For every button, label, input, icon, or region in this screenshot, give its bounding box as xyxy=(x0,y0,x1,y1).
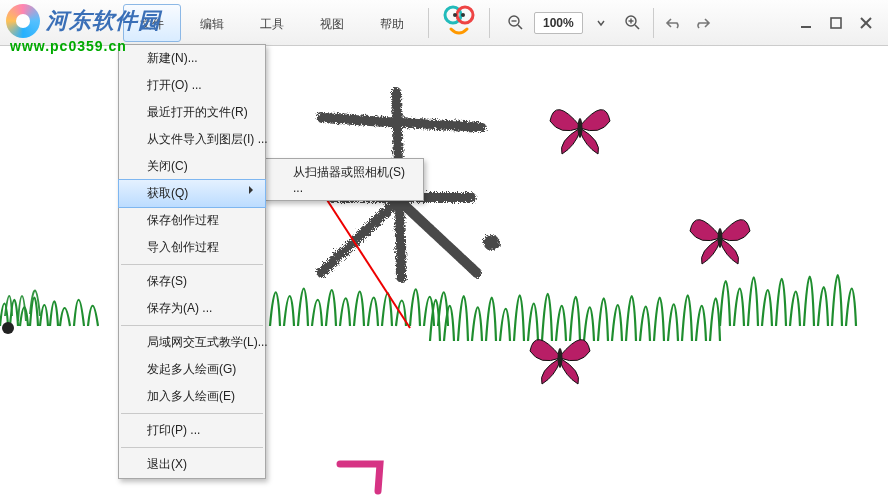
acquire-submenu: 从扫描器或照相机(S) ... xyxy=(264,158,424,201)
close-icon xyxy=(859,16,873,30)
menu-view[interactable]: 视图 xyxy=(303,4,361,42)
menu-separator xyxy=(121,325,263,326)
butterfly-stamp xyxy=(690,220,750,264)
menu-item-exit[interactable]: 退出(X) xyxy=(119,451,265,478)
menu-item-import-process[interactable]: 导入创作过程 xyxy=(119,234,265,261)
svg-point-19 xyxy=(558,348,563,368)
separator xyxy=(428,8,429,38)
menu-item-save-process[interactable]: 保存创作过程 xyxy=(119,207,265,234)
butterfly-stamp xyxy=(530,340,590,384)
chevron-down-icon xyxy=(597,19,605,27)
minimize-icon xyxy=(799,16,813,30)
maximize-icon xyxy=(829,16,843,30)
redo-icon xyxy=(693,16,711,30)
butterfly-stamp xyxy=(550,110,610,154)
zoom-value[interactable]: 100% xyxy=(534,12,583,34)
svg-point-20 xyxy=(2,322,14,334)
maximize-button[interactable] xyxy=(822,9,850,37)
close-button[interactable] xyxy=(852,9,880,37)
menu-file[interactable]: 文件 xyxy=(123,4,181,42)
svg-point-3 xyxy=(461,13,465,17)
svg-point-2 xyxy=(453,13,457,17)
menu-item-lan-teach[interactable]: 局域网交互式教学(L)... xyxy=(119,329,265,356)
svg-point-16 xyxy=(486,237,494,245)
svg-rect-12 xyxy=(831,18,841,28)
menu-item-save[interactable]: 保存(S) xyxy=(119,268,265,295)
menu-item-import-layer[interactable]: 从文件导入到图层(I) ... xyxy=(119,126,265,153)
undo-icon xyxy=(665,16,683,30)
svg-line-5 xyxy=(518,25,522,29)
zoom-dropdown-button[interactable] xyxy=(587,9,615,37)
menu-separator xyxy=(121,264,263,265)
menu-item-print[interactable]: 打印(P) ... xyxy=(119,417,265,444)
menu-item-open[interactable]: 打开(O) ... xyxy=(119,72,265,99)
redo-button[interactable] xyxy=(688,9,716,37)
menu-item-save-as[interactable]: 保存为(A) ... xyxy=(119,295,265,322)
submenu-item-scanner[interactable]: 从扫描器或照相机(S) ... xyxy=(265,159,423,200)
svg-point-17 xyxy=(578,118,583,138)
zoom-out-button[interactable] xyxy=(502,9,530,37)
menu-separator xyxy=(121,447,263,448)
menu-separator xyxy=(121,413,263,414)
file-menu-dropdown: 新建(N)... 打开(O) ... 最近打开的文件(R) 从文件导入到图层(I… xyxy=(118,44,266,479)
minimize-button[interactable] xyxy=(792,9,820,37)
menu-edit[interactable]: 编辑 xyxy=(183,4,241,42)
chevron-right-icon xyxy=(249,186,257,194)
zoom-controls: 100% xyxy=(502,9,647,37)
menu-tool[interactable]: 工具 xyxy=(243,4,301,42)
separator xyxy=(653,8,654,38)
menu-item-acquire[interactable]: 获取(Q) xyxy=(118,179,266,208)
menu-item-start-multi[interactable]: 发起多人绘画(G) xyxy=(119,356,265,383)
undo-button[interactable] xyxy=(660,9,688,37)
zoom-out-icon xyxy=(508,15,524,31)
menu-help[interactable]: 帮助 xyxy=(363,4,421,42)
menu-item-new[interactable]: 新建(N)... xyxy=(119,45,265,72)
svg-line-8 xyxy=(635,25,639,29)
menu-item-close[interactable]: 关闭(C) xyxy=(119,153,265,180)
app-logo-icon xyxy=(441,5,477,41)
menu-item-label: 获取(Q) xyxy=(147,186,188,200)
main-toolbar: 文件 编辑 工具 视图 帮助 100% xyxy=(0,0,888,46)
separator xyxy=(489,8,490,38)
zoom-in-button[interactable] xyxy=(619,9,647,37)
svg-point-18 xyxy=(718,228,723,248)
zoom-in-icon xyxy=(625,15,641,31)
menu-item-join-multi[interactable]: 加入多人绘画(E) xyxy=(119,383,265,410)
menu-item-recent[interactable]: 最近打开的文件(R) xyxy=(119,99,265,126)
